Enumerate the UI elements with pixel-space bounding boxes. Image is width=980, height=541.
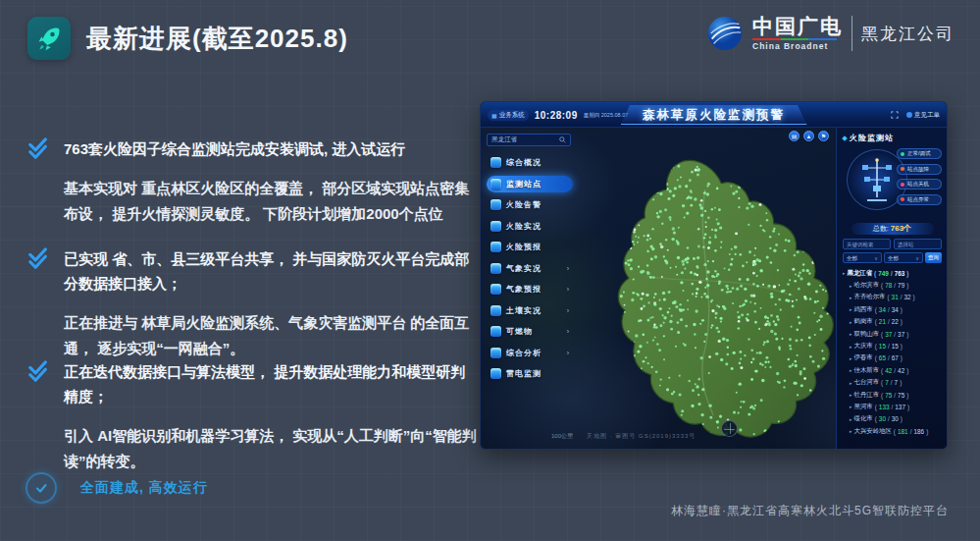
- bullet-heading: 已实现 省、市、县三级平台共享， 并与国家防灭火平台完成部分数据接口接入；: [64, 246, 477, 296]
- query-button[interactable]: 查询: [925, 252, 942, 263]
- tree-text: 181: [898, 428, 908, 435]
- menu-item-label: 综合概况: [506, 157, 542, 168]
- tree-text: ): [906, 270, 908, 277]
- tree-text: 鹤岗市: [854, 317, 873, 326]
- tree-row[interactable]: ▸齐齐哈尔市 (31/32): [843, 292, 942, 303]
- apps-icon: ▦: [491, 112, 497, 119]
- menu-item-label: 土壤实况: [506, 305, 542, 316]
- tree-text: ): [926, 428, 928, 435]
- double-check-icon: [27, 359, 51, 474]
- dropdown-city[interactable]: 全部∨: [843, 252, 882, 263]
- sidebar-item-2[interactable]: 火险告警: [487, 196, 573, 213]
- tree-text: (: [881, 331, 883, 338]
- tree-row[interactable]: ▸双鸭山市 (37/37): [843, 328, 942, 340]
- tree-row[interactable]: ▸佳木斯市 (42/42): [843, 364, 942, 376]
- keyword-input[interactable]: 关键词检索: [843, 239, 891, 249]
- map-toolbar: ▤ ▲ ⚑: [789, 131, 829, 141]
- flag-icon[interactable]: ⚑: [818, 131, 829, 141]
- tree-text: ▸: [850, 380, 852, 386]
- tree-text: ▸: [850, 331, 852, 337]
- report-icon[interactable]: ▤: [789, 131, 799, 141]
- menu-item-label: 火险实况: [506, 221, 542, 232]
- tree-text: (: [875, 306, 877, 313]
- tree-row[interactable]: ▸七台河市 (7/7): [843, 377, 942, 389]
- bullet-heading: 763套火险因子综合监测站完成安装调试, 进入试运行: [64, 136, 477, 161]
- region-search-input[interactable]: 黑龙江省: [487, 134, 571, 146]
- tree-text: (: [881, 367, 883, 374]
- sidebar-item-7[interactable]: 土壤实况›: [487, 302, 573, 319]
- company-name: 黑龙江公司: [861, 23, 954, 45]
- sidebar-item-9[interactable]: 综合分析›: [487, 345, 573, 361]
- conclusion-text: 全面建成, 高效运行: [80, 479, 208, 497]
- tree-row[interactable]: ▸鹤岗市 (21/22): [843, 316, 942, 328]
- tree-text: ): [901, 343, 903, 350]
- fullscreen-icon[interactable]: [891, 111, 899, 119]
- tree-row[interactable]: ▸大兴安岭地区 (181/186): [843, 425, 942, 437]
- tree-text: /: [888, 343, 890, 350]
- dashboard-screenshot: ▤ ▲ ⚑ 100公里 天地图 · 审图号 GS(2019)3333号 黑龙江省…: [480, 101, 948, 450]
- tree-text: ▸: [850, 283, 852, 289]
- tree-text: 15: [892, 343, 899, 350]
- sidebar-item-8[interactable]: 可燃物›: [487, 323, 573, 340]
- sidebar-item-0[interactable]: 综合概况: [487, 154, 573, 171]
- legend-item-1[interactable]: 站点故障: [897, 164, 942, 175]
- brand-name-en: China Broadnet: [752, 41, 828, 51]
- tree-row[interactable]: ▸哈尔滨市 (78/79): [843, 279, 942, 291]
- tree-row[interactable]: ▸伊春市 (65/67): [843, 352, 942, 364]
- slide-header: 最新进展(截至2025.8): [27, 17, 348, 60]
- tree-text: 哈尔滨市: [854, 281, 880, 290]
- sidebar-item-6[interactable]: 气象预报›: [487, 281, 573, 298]
- bullet-block-3: 正在迭代数据接口与算法模型， 提升数据处理能力和模型研判精度； 引入 AI智能识…: [27, 359, 477, 474]
- filter-row: 关键词检索 选择站: [843, 239, 942, 249]
- menu-item-icon: [490, 284, 501, 295]
- tree-text: /: [891, 270, 893, 277]
- tree-text: (: [881, 392, 883, 399]
- system-menu[interactable]: ▦业务系统: [488, 110, 529, 121]
- tree-text: ): [901, 318, 903, 325]
- header-right: 意见工单: [891, 102, 940, 128]
- tree-text: ): [901, 306, 903, 313]
- tree-text: 78: [885, 282, 892, 289]
- menu-item-label: 火险告警: [506, 199, 542, 210]
- tree-row[interactable]: ▸黑河市 (133/137): [843, 401, 942, 412]
- tree-row[interactable]: ▸绥化市 (30/30): [843, 413, 942, 425]
- menu-item-icon: [490, 199, 501, 210]
- sidebar-item-10[interactable]: 雷电监测: [487, 365, 573, 382]
- tree-row[interactable]: ▸黑龙江省 (749/763): [843, 267, 942, 279]
- menu-item-label: 气象实况: [506, 263, 542, 274]
- tree-row[interactable]: ▸牡丹江市 (75/75): [843, 389, 942, 401]
- sidebar-item-3[interactable]: 火险实况: [487, 218, 573, 235]
- tree-text: (: [875, 318, 877, 325]
- sidebar-item-5[interactable]: 气象实况›: [487, 260, 573, 277]
- user-icon: [906, 112, 912, 118]
- tree-text: ▸: [850, 319, 852, 325]
- province-map[interactable]: [577, 155, 838, 450]
- tree-text: 七台河市: [854, 378, 880, 387]
- tree-row[interactable]: ▸鸡西市 (34/34): [843, 303, 942, 315]
- tree-text: ▸: [850, 367, 852, 373]
- marker-icon[interactable]: ▲: [803, 131, 814, 141]
- brand-logo: 中国广电 China Broadnet 黑龙江公司: [706, 15, 954, 52]
- legend-item-3[interactable]: 站点异常: [897, 194, 942, 205]
- station-select-input[interactable]: 选择站: [894, 239, 942, 249]
- legend-item-0[interactable]: 正常/调试: [897, 148, 942, 159]
- diamond-icon: [842, 135, 848, 141]
- tree-text: ): [913, 294, 915, 300]
- legend-item-2[interactable]: 站点关机: [897, 179, 942, 189]
- tree-text: 749: [878, 270, 889, 277]
- dropdown-county[interactable]: 全部∨: [884, 252, 923, 263]
- menu-item-label: 雷电监测: [506, 368, 542, 379]
- header-left: ▦业务系统 10:28:09 星期四 2025.08.07: [488, 102, 628, 128]
- logo-divider: [851, 16, 852, 51]
- tree-text: ): [900, 379, 902, 386]
- tree-text: ▸: [850, 404, 852, 409]
- workorder-link[interactable]: 意见工单: [906, 111, 940, 120]
- station-panel: 火险监测站 正常/调试站点故障站点关机站点异常 总数: 763个: [836, 128, 947, 449]
- tree-text: ▸: [843, 270, 846, 276]
- sidebar-item-1[interactable]: 监测站点: [487, 176, 573, 192]
- compass-icon[interactable]: [721, 420, 738, 437]
- tree-row[interactable]: ▸大庆市 (15/15): [843, 340, 942, 352]
- tree-text: /: [894, 282, 896, 289]
- tree-text: 大兴安岭地区: [854, 427, 892, 436]
- sidebar-item-4[interactable]: 火险预报: [487, 239, 573, 255]
